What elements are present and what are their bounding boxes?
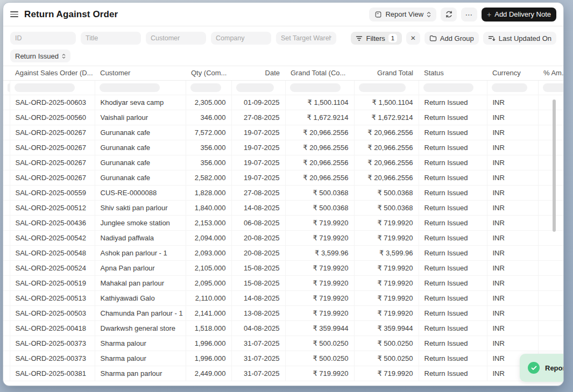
id-filter-input[interactable] <box>10 32 76 45</box>
column-filter-cell <box>419 80 487 95</box>
table-cell: ₹ 500.0368 <box>285 185 354 200</box>
table-body: SAL-ORD-2025-00603Khodiyar seva camp2,30… <box>3 80 563 381</box>
table-row[interactable]: SAL-ORD-2025-00267Gurunanak cafe2,582.00… <box>3 170 563 185</box>
table-cell: 2,305.000 <box>186 95 231 110</box>
table-row[interactable]: SAL-ORD-2025-00267Gurunanak cafe7,572.00… <box>3 125 563 140</box>
table-cell: Mahakal pan parlour <box>95 275 186 290</box>
table-row[interactable]: SAL-ORD-2025-00548Ashok pan parlour - 12… <box>3 245 563 260</box>
table-cell: Junglee smoke station <box>95 215 186 230</box>
column-filter-input[interactable] <box>423 83 474 92</box>
table-cell: 19-07-2025 <box>231 155 285 170</box>
document-icon <box>374 11 382 18</box>
report-view-label: Report View <box>385 10 423 18</box>
table-row[interactable]: SAL-ORD-2025-00503Chamunda Pan parlour -… <box>3 305 563 320</box>
table-cell: Return Issued <box>419 140 487 155</box>
column-filter-cell <box>231 80 285 95</box>
table-row[interactable]: SAL-ORD-2025-00381Sharma pan parlour2,44… <box>3 366 563 381</box>
table-cell: ₹ 719.9920 <box>285 215 354 230</box>
table-cell: 19-07-2025 <box>231 140 285 155</box>
more-options-button[interactable]: ⋯ <box>461 8 477 22</box>
table-cell <box>538 290 563 305</box>
table-cell: Return Issued <box>419 200 487 215</box>
table-cell: ₹ 500.0368 <box>354 200 419 215</box>
add-group-button[interactable]: Add Group <box>425 32 479 45</box>
column-header[interactable]: Customer <box>95 66 186 80</box>
table-row[interactable]: SAL-ORD-2025-00603Khodiyar seva camp2,30… <box>3 95 563 110</box>
column-header[interactable]: Date <box>231 66 285 80</box>
column-filter-input[interactable] <box>15 83 75 92</box>
table-cell: 04-08-2025 <box>231 320 285 336</box>
column-filter-input[interactable] <box>359 83 406 92</box>
target-warehouse-filter-input[interactable] <box>276 32 336 45</box>
page-title: Return Against Order <box>24 9 118 20</box>
clear-filters-button[interactable]: ✕ <box>406 32 420 45</box>
table-row[interactable]: SAL-ORD-2025-00418Dwarkwsh general store… <box>3 320 563 336</box>
table-cell: 1,828.000 <box>186 185 231 200</box>
ellipsis-icon: ⋯ <box>465 10 473 19</box>
table-cell: INR <box>487 110 538 125</box>
company-filter-input[interactable] <box>211 32 271 45</box>
column-header[interactable]: Against Sales Order (D... <box>10 66 95 80</box>
row-gutter-cell <box>3 245 10 260</box>
column-filter-cell <box>354 80 419 95</box>
column-filter-input[interactable] <box>100 83 160 92</box>
table-cell: Return Issued <box>419 110 487 125</box>
column-filter-input[interactable] <box>543 83 564 92</box>
column-filter-input[interactable] <box>236 83 274 92</box>
column-filter-row <box>3 80 563 95</box>
sort-descending-icon <box>488 35 496 41</box>
add-delivery-note-button[interactable]: + Add Delivery Note <box>482 8 556 22</box>
table-row[interactable]: SAL-ORD-2025-00267Gurunanak cafe356.0001… <box>3 155 563 170</box>
table-cell: ₹ 20,966.2556 <box>285 140 354 155</box>
vertical-scrollbar-thumb[interactable] <box>553 99 556 232</box>
table-row[interactable]: SAL-ORD-2025-00559CUS-RE-00000881,828.00… <box>3 185 563 200</box>
status-filter-pill[interactable]: Return Issued <box>10 49 70 62</box>
column-filter-input[interactable] <box>290 83 341 92</box>
column-filter-input[interactable] <box>492 83 527 92</box>
column-header[interactable]: Qty (Com... <box>186 66 231 80</box>
column-header[interactable]: Currency <box>487 66 538 80</box>
table-cell: ₹ 719.9920 <box>354 260 419 275</box>
table-cell <box>538 95 563 110</box>
table-cell <box>538 155 563 170</box>
column-header[interactable]: Status <box>419 66 487 80</box>
customer-filter-input[interactable] <box>146 32 206 45</box>
report-view-button[interactable]: Report View <box>369 8 436 22</box>
title-filter-input[interactable] <box>81 32 141 45</box>
table-cell: INR <box>487 125 538 140</box>
table-cell: Return Issued <box>419 155 487 170</box>
refresh-icon <box>445 10 453 18</box>
table-row[interactable]: SAL-ORD-2025-00513Kathiyawadi Galo2,110.… <box>3 290 563 305</box>
sort-by-button[interactable]: Last Updated On <box>483 32 556 45</box>
column-header[interactable]: Grand Total <box>354 66 419 80</box>
table-cell: SAL-ORD-2025-00513 <box>10 290 95 305</box>
table-cell: ₹ 500.0250 <box>354 351 419 366</box>
table-row[interactable]: SAL-ORD-2025-00512Shiv sakti pan parlour… <box>3 200 563 215</box>
table-row[interactable]: SAL-ORD-2025-00519Mahakal pan parlour2,0… <box>3 275 563 290</box>
refresh-button[interactable] <box>441 8 457 22</box>
active-filters-row: Return Issued <box>10 49 556 62</box>
table-row[interactable]: SAL-ORD-2025-00560Vaishali parlour346.00… <box>3 110 563 125</box>
plus-icon: + <box>487 10 491 19</box>
table-cell: ₹ 20,966.2556 <box>285 170 354 185</box>
table-cell: ₹ 3,599.96 <box>354 245 419 260</box>
table-header-gutter <box>3 66 10 80</box>
column-filter-cell <box>538 80 563 95</box>
table-row[interactable]: SAL-ORD-2025-00373Sharma palour1,996.000… <box>3 336 563 351</box>
table-row[interactable]: SAL-ORD-2025-00436Junglee smoke station2… <box>3 215 563 230</box>
sort-by-label: Last Updated On <box>499 34 551 42</box>
table-row[interactable]: SAL-ORD-2025-00267Gurunanak cafe356.0001… <box>3 140 563 155</box>
column-header[interactable]: Grand Total (Co... <box>285 66 354 80</box>
table-row[interactable]: SAL-ORD-2025-00542Nadiyad paffwala2,094.… <box>3 230 563 245</box>
table-cell: ₹ 719.9920 <box>285 305 354 320</box>
filters-button[interactable]: Filters 1 <box>351 32 401 45</box>
table-cell: SAL-ORD-2025-00267 <box>10 170 95 185</box>
table-cell: 19-07-2025 <box>231 170 285 185</box>
sidebar-toggle-icon[interactable] <box>10 11 18 17</box>
table-cell: 356.000 <box>186 140 231 155</box>
table-cell <box>538 140 563 155</box>
table-row[interactable]: SAL-ORD-2025-00373Sharma palour1,996.000… <box>3 351 563 366</box>
column-header[interactable]: % Am... <box>538 66 563 80</box>
column-filter-input[interactable] <box>190 83 222 92</box>
table-row[interactable]: SAL-ORD-2025-00524Apna Pan parlour2,105.… <box>3 260 563 275</box>
